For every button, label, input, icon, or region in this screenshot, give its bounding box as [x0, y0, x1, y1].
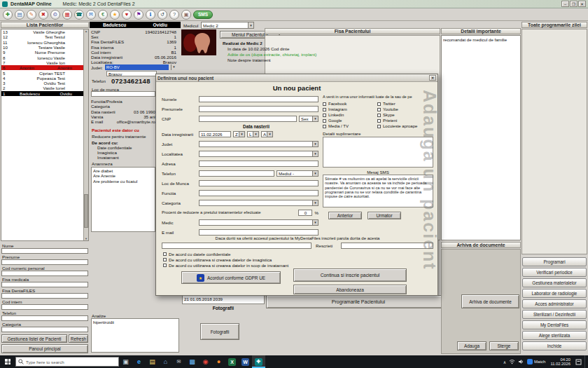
tooth-xray-image[interactable] — [181, 29, 216, 55]
patient-row-selected-anonim[interactable]: 6AnonimAnonim — [1, 65, 83, 70]
arhiva-documente-button[interactable]: Arhiva de documente — [461, 294, 519, 308]
anamneza-item[interactable]: Are Anemie — [93, 173, 153, 178]
anamneza-list[interactable]: Are diabet Are Anemie Are probleme cu fi… — [91, 167, 155, 232]
menu-sterilizari-button[interactable]: Sterilizari / Dezinfectii — [522, 310, 587, 319]
source-instagram-checkbox[interactable]: Instagram — [323, 107, 347, 111]
parola-rescrisa-input[interactable] — [341, 243, 433, 249]
source-media-checkbox[interactable]: Media / TV — [323, 124, 349, 128]
medic-select[interactable]: Medic 2 ▼ — [201, 22, 254, 29]
patient-row[interactable]: 2Vasile Ionel — [1, 86, 83, 90]
browser-icon[interactable]: ◉ — [199, 355, 212, 368]
agreement-imagistica-checkbox[interactable]: De acord cu utilizarea si crearea datelo… — [163, 257, 272, 262]
scroll-thumb[interactable] — [84, 194, 88, 228]
chevron-down-icon[interactable]: ▼ — [171, 64, 176, 70]
phone-icon[interactable]: ☎ — [74, 10, 84, 20]
patient-work-field[interactable] — [91, 91, 155, 97]
source-youtube-checkbox[interactable]: Youtube — [377, 107, 398, 111]
menu-verificari-button[interactable]: Verificari periodice — [522, 268, 587, 277]
patient-row[interactable]: 11Ionescu Gheorghita — [1, 40, 83, 45]
gdpr-button[interactable]: ★ Acorduri conforme GDPR UE — [181, 271, 281, 284]
search-patient-icon[interactable]: ⊙ — [50, 10, 60, 20]
word-icon[interactable]: W — [239, 355, 252, 368]
taskbar-clock[interactable]: 04:20 11.02.2026 — [548, 357, 573, 367]
source-skype-checkbox[interactable]: Skype — [377, 113, 395, 117]
patient-row[interactable]: 8Ionescu Vasile — [1, 55, 83, 60]
add-patient-icon[interactable]: ✚ — [3, 10, 13, 20]
judet-selected-value[interactable]: RO-BV — [105, 64, 169, 70]
notification-center-icon[interactable] — [575, 359, 582, 365]
payments-icon[interactable]: € — [98, 10, 108, 20]
source-twitter-checkbox[interactable]: Twitter — [377, 102, 396, 106]
categoria-select[interactable]: ▼ — [199, 200, 318, 206]
calendar-icon[interactable]: ▦ — [62, 10, 72, 20]
reports-icon[interactable]: ▣ — [181, 10, 191, 20]
photos-icon[interactable]: ▩ — [186, 355, 199, 368]
anamneza-item[interactable]: Are probleme cu ficatul — [93, 179, 153, 184]
filter-nume-input[interactable] — [1, 248, 88, 254]
patient-row[interactable]: 4Popeasca Test — [1, 76, 83, 81]
edit-patient-icon[interactable]: ✎ — [27, 10, 36, 20]
fotografii-button[interactable]: Fotografii — [200, 323, 239, 340]
medic-select[interactable]: ▼ — [199, 219, 318, 226]
wifi-icon[interactable] — [509, 359, 515, 364]
manage-patient-list-button[interactable]: Gestiunea listei de Pacienti — [1, 334, 67, 343]
arhiva-adauga-button[interactable]: Adauga — [457, 341, 486, 350]
info-icon[interactable]: ℹ — [146, 10, 155, 20]
adresa-input[interactable] — [199, 161, 318, 167]
source-google-checkbox[interactable]: Google — [323, 118, 342, 123]
source-prieteni-checkbox[interactable]: Prieteni — [377, 118, 397, 123]
patient-row[interactable]: 10Testare Vasile — [1, 45, 83, 50]
volume-icon[interactable] — [518, 359, 524, 364]
mail-icon[interactable]: ✉ — [172, 355, 186, 368]
delete-patient-icon[interactable]: ✖ — [38, 10, 48, 20]
patient-row-active-badulescu[interactable]: 1BadulescuOvidiu — [1, 91, 83, 96]
source-locuieste-checkbox[interactable]: Locuieste aproape — [377, 124, 417, 128]
close-button[interactable]: ✕ — [578, 1, 586, 7]
judet-select[interactable]: ▼ — [199, 141, 318, 147]
cnp-input[interactable] — [199, 116, 297, 122]
flag-icon[interactable]: ⚑ — [134, 10, 144, 20]
procent-input[interactable]: 0 — [298, 210, 312, 216]
filter-prenume-input[interactable] — [1, 259, 88, 265]
refresh-button[interactable]: Refresh — [69, 334, 88, 343]
radiografie-item[interactable]: 21 01.05.2018 2039 — [184, 297, 262, 301]
patient-row[interactable]: 13Vasile Gheorghe — [1, 29, 83, 34]
health-icon[interactable]: ♥ — [122, 10, 132, 20]
menu-programari-button[interactable]: Programari — [522, 257, 587, 266]
dialog-close-button[interactable]: ✕ — [429, 75, 436, 81]
email-input[interactable] — [199, 229, 318, 236]
detalii-suplimentare-textarea[interactable] — [323, 137, 433, 168]
scroll-down-icon[interactable]: ▼ — [85, 237, 88, 240]
mail-icon[interactable]: ✉ — [86, 10, 96, 20]
excel-icon[interactable]: X — [225, 355, 239, 368]
numele-input[interactable] — [199, 96, 318, 102]
firefox-icon[interactable]: ● — [212, 355, 225, 368]
edge-icon[interactable]: e — [132, 355, 146, 368]
scroll-up-icon[interactable]: ▲ — [85, 29, 88, 33]
sex-select[interactable]: Sex ▼ — [299, 116, 318, 122]
patient-list-scrollbar[interactable]: ▲▼ — [83, 29, 88, 240]
menu-administrator-button[interactable]: Acces administrator — [522, 299, 587, 308]
menu-materiale-button[interactable]: Gestiunea materialelor — [522, 278, 587, 287]
loc-munca-input[interactable] — [199, 180, 318, 186]
analize-list[interactable]: hipertiroidii — [91, 318, 179, 353]
menu-sterilizata-button[interactable]: Alege sterilizata — [522, 331, 587, 340]
abandoneaza-button[interactable]: Abandoneaza — [293, 285, 407, 294]
month-select[interactable]: L▼ — [247, 131, 259, 137]
filter-categoria-input[interactable] — [1, 327, 88, 332]
tray-match-widget[interactable]: Match — [527, 359, 545, 364]
patient-row[interactable]: 12Test Testul — [1, 34, 83, 39]
favorites-icon[interactable]: ★ — [110, 10, 120, 20]
patient-row[interactable]: 9Nume Prenume — [1, 50, 83, 55]
localitatea-select[interactable]: ▼ — [199, 151, 318, 157]
prenumele-input[interactable] — [199, 106, 318, 112]
day-select[interactable]: Z▼ — [233, 131, 245, 137]
telefon-input[interactable] — [199, 170, 274, 177]
store-icon[interactable]: ⌂ — [159, 355, 172, 368]
filter-cod-intern-input[interactable] — [1, 304, 88, 310]
dentamap-app-icon[interactable]: ✚ — [252, 355, 265, 368]
agreement-invatamant-checkbox[interactable]: De acord cu utilizarea si crearea datelo… — [163, 263, 288, 268]
help-icon[interactable]: ? — [169, 10, 179, 20]
source-linkedin-checkbox[interactable]: Linkedin — [323, 113, 344, 117]
programari-pacient-button[interactable]: Programarile Pacientului — [266, 295, 451, 308]
